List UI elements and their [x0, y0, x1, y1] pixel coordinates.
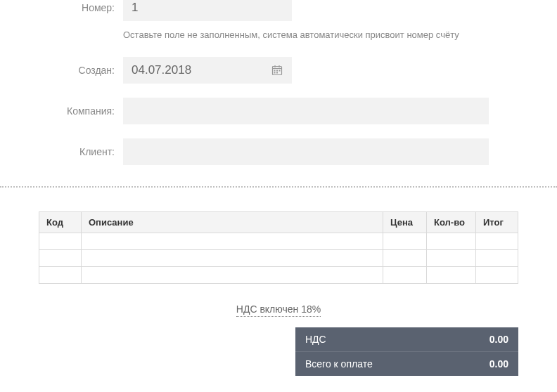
cell-qty[interactable]	[427, 233, 476, 250]
cell-description[interactable]	[82, 267, 383, 284]
totals-vat-row: НДС 0.00	[295, 327, 518, 352]
section-divider	[0, 186, 557, 188]
number-value: 1	[132, 1, 138, 15]
th-total: Итог	[476, 212, 518, 233]
vat-mode[interactable]: НДС включен 18%	[39, 303, 518, 315]
cell-qty[interactable]	[427, 267, 476, 284]
number-label: Номер:	[0, 2, 123, 13]
created-label: Создан:	[0, 65, 123, 76]
client-input[interactable]	[123, 138, 489, 165]
number-input[interactable]: 1	[123, 0, 292, 21]
cell-description[interactable]	[82, 250, 383, 267]
table-row[interactable]	[39, 250, 518, 267]
totals-box: НДС 0.00 Всего к оплате 0.00	[295, 327, 518, 376]
cell-qty[interactable]	[427, 250, 476, 267]
svg-rect-4	[274, 70, 276, 72]
table-row[interactable]	[39, 233, 518, 250]
cell-price[interactable]	[383, 267, 427, 284]
svg-rect-6	[279, 70, 281, 72]
cell-price[interactable]	[383, 250, 427, 267]
cell-total[interactable]	[476, 250, 518, 267]
calendar-icon[interactable]	[271, 64, 283, 77]
th-code: Код	[39, 212, 82, 233]
totals-grand-value: 0.00	[489, 358, 508, 370]
cell-price[interactable]	[383, 233, 427, 250]
company-input[interactable]	[123, 98, 489, 124]
th-price: Цена	[383, 212, 427, 233]
items-table: Код Описание Цена Кол-во Итог	[39, 211, 518, 284]
th-qty: Кол-во	[427, 212, 476, 233]
svg-rect-5	[276, 70, 278, 72]
cell-code[interactable]	[39, 250, 82, 267]
created-input[interactable]: 04.07.2018	[123, 57, 292, 84]
svg-rect-8	[276, 72, 278, 74]
totals-vat-label: НДС	[305, 334, 326, 345]
cell-total[interactable]	[476, 267, 518, 284]
totals-grand-row: Всего к оплате 0.00	[295, 352, 518, 376]
vat-mode-text: НДС включен 18%	[236, 303, 321, 317]
th-description: Описание	[82, 212, 383, 233]
totals-grand-label: Всего к оплате	[305, 358, 373, 370]
table-row[interactable]	[39, 267, 518, 284]
created-value: 04.07.2018	[132, 63, 191, 77]
number-hint: Оставьте поле не заполненным, система ав…	[123, 30, 489, 40]
cell-code[interactable]	[39, 267, 82, 284]
cell-description[interactable]	[82, 233, 383, 250]
client-label: Клиент:	[0, 146, 123, 157]
totals-vat-value: 0.00	[489, 334, 508, 345]
company-label: Компания:	[0, 105, 123, 117]
cell-total[interactable]	[476, 233, 518, 250]
svg-rect-7	[274, 72, 276, 74]
cell-code[interactable]	[39, 233, 82, 250]
